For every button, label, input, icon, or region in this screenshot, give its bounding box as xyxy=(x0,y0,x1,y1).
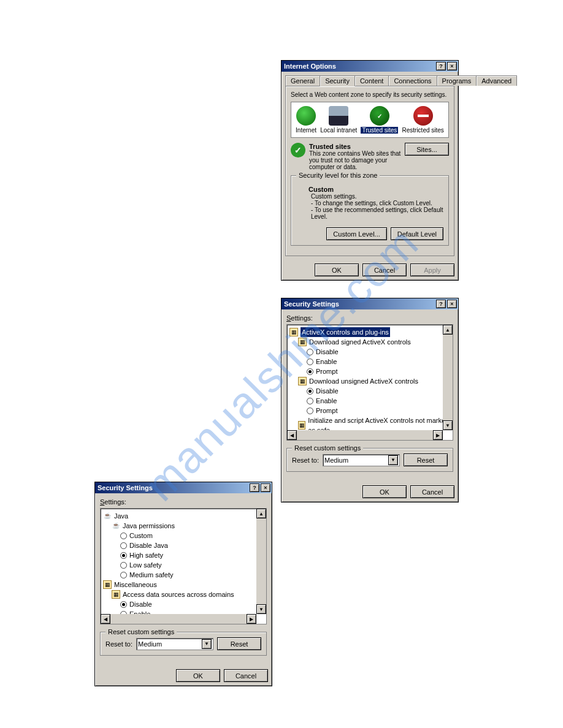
ok-button[interactable]: OK xyxy=(315,264,359,276)
radio-option[interactable]: Medium safety xyxy=(120,570,264,580)
custom-level-button[interactable]: Custom Level... xyxy=(326,227,386,240)
close-button[interactable]: × xyxy=(261,483,270,492)
default-level-button[interactable]: Default Level xyxy=(391,227,443,240)
scroll-right-icon[interactable]: ▶ xyxy=(433,430,443,440)
titlebar: Security Settings ? × xyxy=(95,482,272,493)
radio-option[interactable]: Enable xyxy=(307,357,450,366)
reset-group: Reset custom settings Reset to: Medium ▼… xyxy=(100,632,267,656)
close-button[interactable]: × xyxy=(447,62,457,70)
tab-general[interactable]: General xyxy=(285,75,320,86)
radio-option[interactable]: Disable xyxy=(307,347,450,357)
sites-button[interactable]: Sites... xyxy=(405,143,449,156)
ok-button[interactable]: OK xyxy=(362,485,407,498)
ok-button[interactable]: OK xyxy=(176,669,220,682)
radio-icon xyxy=(120,572,127,578)
dialog-buttons: OK Cancel Apply xyxy=(282,260,458,280)
cancel-button[interactable]: Cancel xyxy=(410,485,454,498)
vertical-scrollbar[interactable]: ▲ ▼ xyxy=(256,509,266,614)
radio-option[interactable]: High safety xyxy=(120,550,264,560)
apply-button[interactable]: Apply xyxy=(410,264,454,276)
horizontal-scrollbar[interactable]: ◀ ▶ xyxy=(287,430,443,440)
radio-option[interactable]: Disable xyxy=(120,599,264,609)
scroll-down-icon[interactable]: ▼ xyxy=(256,604,266,614)
category-label: ActiveX controls and plug-ins xyxy=(301,327,390,337)
java-icon: ☕ xyxy=(112,521,120,530)
check-circle-icon: ✓ xyxy=(370,106,389,126)
radio-option[interactable]: Low safety xyxy=(120,560,264,570)
custom-line-1: Custom settings. xyxy=(311,193,443,200)
radio-option[interactable]: Prompt xyxy=(307,366,450,376)
reset-to-label: Reset to: xyxy=(292,457,319,464)
radio-icon xyxy=(307,349,313,355)
dialog-buttons: OK Cancel xyxy=(282,482,458,502)
radio-icon xyxy=(120,542,127,549)
help-button[interactable]: ? xyxy=(436,300,446,308)
category-label: Miscellaneous xyxy=(114,580,157,590)
scroll-left-icon[interactable]: ◀ xyxy=(287,430,297,440)
dialog-title: Internet Options xyxy=(284,63,435,70)
tab-connections[interactable]: Connections xyxy=(388,75,437,86)
zone-instruction: Select a Web content zone to specify its… xyxy=(291,91,449,98)
internet-options-dialog: Internet Options ? × General Security Co… xyxy=(281,60,459,281)
horizontal-scrollbar[interactable]: ◀ ▶ xyxy=(101,614,256,624)
scroll-right-icon[interactable]: ▶ xyxy=(247,614,256,624)
dialog-buttons: OK Cancel xyxy=(95,665,272,686)
tree-setting-access-data: ▦ Access data sources across domains xyxy=(112,590,264,599)
tree-category-misc: ▦ Miscellaneous xyxy=(103,580,264,590)
reset-to-select[interactable]: Medium ▼ xyxy=(323,454,400,466)
zone-local-intranet[interactable]: Local intranet xyxy=(320,106,357,134)
category-icon: ▦ xyxy=(289,328,298,336)
help-button[interactable]: ? xyxy=(250,483,259,492)
radio-option[interactable]: Enable xyxy=(307,396,450,406)
reset-to-value: Medium xyxy=(324,457,348,464)
reset-button[interactable]: Reset xyxy=(404,453,448,466)
reset-button[interactable]: Reset xyxy=(217,637,261,650)
help-button[interactable]: ? xyxy=(436,62,446,70)
radio-icon xyxy=(307,388,313,395)
settings-tree[interactable]: ☕ Java ☕ Java permissions Custom Disable… xyxy=(100,508,267,624)
setting-label: Java permissions xyxy=(123,521,175,531)
tab-content[interactable]: Content xyxy=(354,75,389,86)
settings-label: Settings: xyxy=(286,314,453,322)
vertical-scrollbar[interactable]: ▲ ▼ xyxy=(443,325,453,430)
radio-icon xyxy=(120,562,127,569)
scroll-left-icon[interactable]: ◀ xyxy=(101,614,110,624)
reset-to-value: Medium xyxy=(138,640,162,648)
reset-to-select[interactable]: Medium ▼ xyxy=(136,638,213,650)
zone-status-icon: ✓ xyxy=(291,143,305,157)
scroll-down-icon[interactable]: ▼ xyxy=(443,420,453,430)
tab-advanced[interactable]: Advanced xyxy=(476,75,517,86)
security-settings-java-dialog: Security Settings ? × Settings: ☕ Java ☕… xyxy=(94,482,272,686)
radio-option[interactable]: Prompt xyxy=(307,406,450,415)
titlebar: Internet Options ? × xyxy=(282,61,458,72)
reset-legend: Reset custom settings xyxy=(292,444,363,452)
settings-tree[interactable]: ▦ ActiveX controls and plug-ins ▦ Downlo… xyxy=(286,324,453,441)
zone-internet[interactable]: Internet xyxy=(296,106,316,134)
zone-description: ✓ Trusted sites This zone contains Web s… xyxy=(291,143,449,170)
radio-icon xyxy=(120,601,127,608)
setting-label: Access data sources across domains xyxy=(123,590,234,599)
radio-icon xyxy=(307,358,313,365)
zone-trusted-sites[interactable]: ✓ Trusted sites xyxy=(361,106,398,134)
radio-icon xyxy=(307,398,313,404)
category-label: Java xyxy=(114,511,128,521)
scroll-up-icon[interactable]: ▲ xyxy=(256,509,266,518)
cancel-button[interactable]: Cancel xyxy=(224,669,268,682)
radio-icon xyxy=(307,408,313,414)
setting-icon: ▦ xyxy=(298,421,305,430)
close-button[interactable]: × xyxy=(447,300,457,308)
tree-setting-download-unsigned: ▦ Download unsigned ActiveX controls xyxy=(298,376,450,386)
radio-option[interactable]: Custom xyxy=(120,531,264,540)
security-settings-activex-dialog: Security Settings ? × Settings: ▦ Active… xyxy=(281,298,459,502)
custom-line-3: - To use the recommended settings, click… xyxy=(311,207,443,220)
tab-programs[interactable]: Programs xyxy=(437,75,477,86)
tree-setting-java-permissions: ☕ Java permissions xyxy=(112,521,264,531)
tab-security[interactable]: Security xyxy=(320,75,355,86)
radio-option[interactable]: Disable Java xyxy=(120,540,264,550)
category-icon: ▦ xyxy=(103,580,112,589)
setting-label: Download unsigned ActiveX controls xyxy=(309,376,418,386)
zone-restricted-sites[interactable]: Restricted sites xyxy=(402,106,444,134)
scroll-up-icon[interactable]: ▲ xyxy=(443,325,453,335)
cancel-button[interactable]: Cancel xyxy=(362,264,407,276)
radio-option[interactable]: Disable xyxy=(307,386,450,396)
